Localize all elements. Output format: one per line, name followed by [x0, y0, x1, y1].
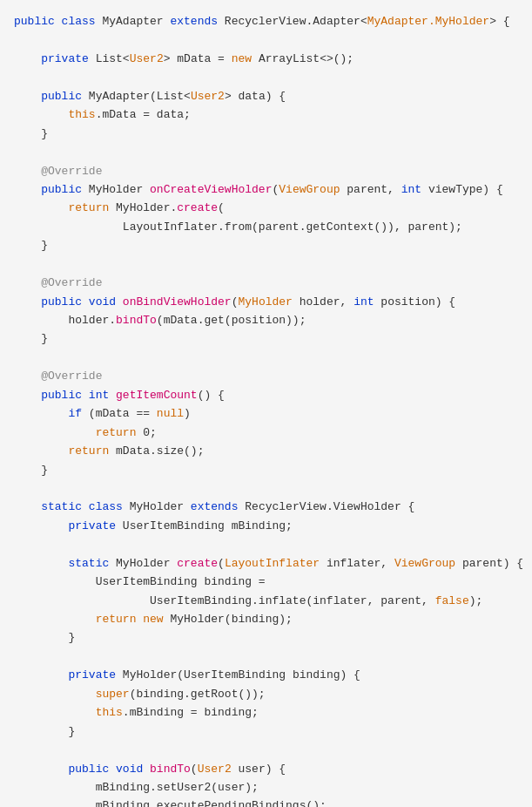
code-token: MyHolder( [123, 668, 184, 682]
code-token [14, 688, 96, 701]
code-token: ( [191, 763, 198, 776]
code-token: RecyclerView.ViewHolder [245, 500, 401, 513]
code-token: holder, [300, 295, 354, 309]
code-token: private [68, 668, 122, 682]
code-token: List [157, 90, 184, 103]
code-token: } [14, 464, 48, 477]
code-token: > data) { [225, 90, 286, 103]
code-token: @Override [41, 165, 102, 178]
code-token: LayoutInflater.from(parent.getContext())… [123, 220, 462, 234]
code-token [14, 444, 68, 458]
code-line: private MyHolder(UserItemBinding binding… [14, 666, 518, 684]
code-token: ArrayList<>(); [259, 52, 354, 65]
code-token: } [14, 239, 48, 252]
code-line: this.mBinding = binding; [14, 703, 518, 722]
code-token [14, 201, 68, 214]
code-token: int [89, 389, 116, 402]
code-token: create [177, 557, 218, 570]
code-line: } [14, 329, 518, 348]
code-token [14, 519, 68, 532]
code-token [14, 781, 96, 794]
code-token [14, 557, 68, 570]
code-token: @Override [41, 370, 102, 383]
code-token: this [96, 706, 123, 719]
code-token: extends [170, 15, 224, 28]
code-token: false [435, 594, 469, 607]
code-token: User2 [191, 90, 225, 103]
code-line: LayoutInflater.from(parent.getContext())… [14, 218, 518, 236]
code-token: MyHolder(binding); [170, 613, 292, 626]
code-token: < [360, 15, 367, 28]
code-line: public void bindTo(User2 user) { [14, 760, 518, 778]
code-line: public int getItemCount() { [14, 386, 518, 404]
code-token: < [123, 52, 130, 65]
code-token: holder. [68, 314, 116, 327]
code-token: 0; [143, 426, 157, 439]
code-token: RecyclerView.Adapter [225, 15, 360, 28]
code-line: this.mData = data; [14, 105, 518, 124]
code-line: public MyHolder onCreateViewHolder(ViewG… [14, 180, 518, 199]
code-line: public class MyAdapter extends RecyclerV… [14, 12, 518, 31]
code-token: if [68, 407, 88, 420]
code-token: viewType) { [428, 183, 503, 196]
code-token [14, 575, 96, 588]
code-line: static class MyHolder extends RecyclerVi… [14, 498, 518, 516]
code-token: this [68, 108, 95, 121]
code-token: UserItemBinding.inflate(inflater, parent… [150, 594, 435, 607]
code-token: onBindViewHolder [123, 295, 232, 309]
code-token: List [96, 52, 123, 65]
code-token: class [89, 500, 130, 513]
code-token: > mData = [164, 52, 232, 65]
code-line: public void onBindViewHolder(MyHolder ho… [14, 293, 518, 311]
code-token [14, 52, 41, 65]
code-token: ) [184, 407, 191, 420]
code-token: () { [198, 389, 225, 402]
code-line: @Override [14, 367, 518, 385]
code-token: public [68, 763, 116, 776]
code-token: super [96, 688, 130, 701]
code-token: void [89, 295, 123, 309]
code-token: bindTo [150, 763, 191, 776]
code-token: (mData == [89, 407, 157, 420]
code-line: holder.bindTo(mData.get(position)); [14, 311, 518, 329]
code-token: > { [489, 15, 509, 28]
code-line: private List<User2> mData = new ArrayLis… [14, 50, 518, 68]
code-token: public [14, 15, 62, 28]
code-line: } [14, 236, 518, 254]
code-token: class [62, 15, 103, 28]
code-token: MyAdapter [102, 15, 170, 28]
code-token [14, 165, 41, 178]
code-line: super(binding.getRoot()); [14, 685, 518, 703]
code-token: .mBinding = binding; [123, 706, 259, 719]
code-token: return [96, 613, 144, 626]
code-line: } [14, 461, 518, 479]
code-token: onCreateViewHolder [150, 183, 272, 196]
code-token: parent) { [462, 557, 523, 570]
code-token: parent, [347, 183, 401, 196]
code-token [14, 763, 68, 776]
code-line: ​ [14, 68, 518, 86]
code-token: mData.size(); [116, 444, 204, 458]
code-line: return new MyHolder(binding); [14, 610, 518, 628]
code-line: mBinding.setUser2(user); [14, 778, 518, 797]
code-token: void [116, 763, 150, 776]
code-token [14, 389, 41, 402]
code-token [14, 799, 96, 807]
code-token: getItemCount [116, 389, 198, 402]
code-editor: public class MyAdapter extends RecyclerV… [0, 0, 532, 807]
code-token: } [14, 127, 48, 140]
code-token: extends [191, 500, 245, 513]
code-token: user) { [238, 763, 286, 776]
code-token: MyHolder [130, 500, 191, 513]
code-token: ); [469, 594, 483, 607]
code-token [14, 426, 96, 439]
code-token: < [184, 90, 191, 103]
code-token [14, 295, 41, 309]
code-line: ​ [14, 255, 518, 274]
code-line: UserItemBinding.inflate(inflater, parent… [14, 592, 518, 610]
code-line: } [14, 722, 518, 741]
code-token: return [96, 426, 144, 439]
code-token: mBinding.executePendingBindings(); [96, 799, 327, 807]
code-token: } [14, 725, 75, 738]
code-token: User2 [130, 52, 164, 65]
